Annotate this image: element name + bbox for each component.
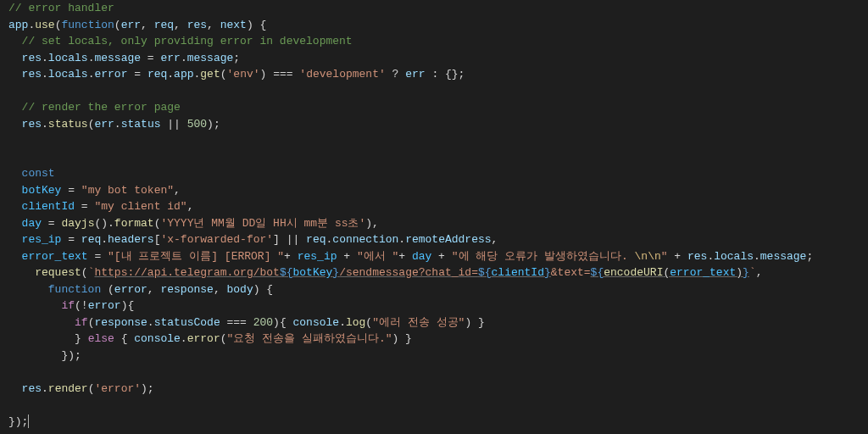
code-line: botKey = "my bot token",: [8, 182, 868, 199]
code-line: // render the error page: [8, 99, 868, 116]
code-line: res_ip = req.headers['x-forwarded-for'] …: [8, 231, 868, 248]
code-line: if(response.statusCode === 200){ console…: [8, 314, 868, 331]
code-line: res.status(err.status || 500);: [8, 116, 868, 133]
code-line: if(!error){: [8, 298, 868, 314]
code-line: app.use(function(err, req, res, next) {: [8, 17, 868, 34]
text-cursor: [28, 415, 29, 428]
code-line: res.locals.message = err.message;: [8, 50, 868, 67]
code-line: [8, 364, 868, 381]
comment: // error handler: [8, 2, 114, 14]
code-line: clientId = "my client id",: [8, 198, 868, 215]
code-line: [8, 83, 868, 100]
code-editor[interactable]: // error handler app.use(function(err, r…: [0, 0, 868, 430]
code-line: day = dayjs().format('YYYY년 MM월 DD일 HH시 …: [8, 215, 868, 232]
code-line: res.locals.error = req.app.get('env') ==…: [8, 66, 868, 83]
code-line: [8, 397, 868, 414]
code-line: function (error, response, body) {: [8, 281, 868, 298]
code-line: request(`https://api.telegram.org/bot${b…: [8, 264, 868, 281]
code-line: // set locals, only providing error in d…: [8, 33, 868, 50]
code-line: });: [8, 348, 868, 364]
code-line: [8, 149, 868, 166]
code-line: // error handler: [8, 0, 868, 17]
code-line: [8, 132, 868, 149]
code-line: res.render('error');: [8, 381, 868, 398]
code-line: } else { console.error("요청 전송을 실패하였습니다."…: [8, 331, 868, 348]
code-line: error_text = "[내 프로젝트 이름] [ERROR] "+ res…: [8, 248, 868, 265]
code-line: });: [8, 414, 868, 431]
code-line: const: [8, 165, 868, 182]
